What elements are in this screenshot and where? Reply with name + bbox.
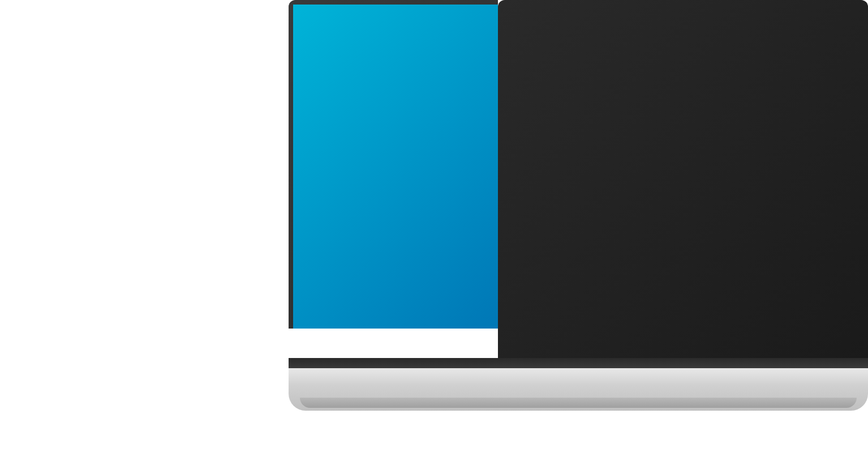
laptop-body-left xyxy=(289,0,498,329)
laptop-base xyxy=(289,368,868,411)
laptop-hinge xyxy=(289,358,868,368)
screen-left xyxy=(293,5,498,329)
laptop-base-inner xyxy=(300,398,857,408)
laptop-screen-bezel xyxy=(498,0,868,368)
